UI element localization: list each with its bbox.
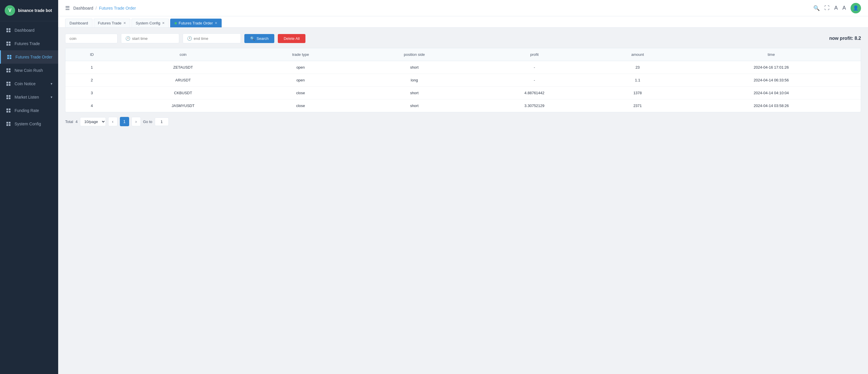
page-1-button[interactable]: 1 — [120, 117, 129, 126]
data-table: ID coin trade type position side profit … — [65, 48, 861, 112]
header-left: ☰ Dashboard / Futures Trade Order — [65, 5, 136, 11]
end-time-input[interactable] — [194, 36, 237, 41]
sidebar-item-dashboard[interactable]: Dashboard — [0, 24, 58, 37]
cell-coin: CKBUSDT — [118, 87, 248, 99]
logo-letter: V — [8, 8, 12, 13]
table-row: 3 CKBUSDT close short 4.88761442 1378 20… — [65, 87, 861, 99]
tabs-bar: Dashboard Futures Trade ✕ System Config … — [58, 16, 868, 28]
accessibility-icon[interactable]: A — [842, 5, 846, 11]
cell-time: 2024-04-14 04:10:04 — [682, 87, 861, 99]
new-coin-rush-icon — [6, 68, 11, 73]
sidebar-item-label: Market Listen — [14, 95, 39, 99]
avatar-icon: 👤 — [853, 5, 859, 11]
tab-label: Dashboard — [69, 21, 88, 25]
sidebar-logo: V binance trade bot — [0, 0, 58, 21]
cell-profit: 4.88761442 — [475, 87, 593, 99]
table-row: 2 ARUSDT open long - 1.1 2024-04-14 06:3… — [65, 74, 861, 87]
header: ☰ Dashboard / Futures Trade Order 🔍 ⛶ A … — [58, 0, 868, 16]
goto-label: Go to — [143, 120, 152, 124]
cell-amount: 1.1 — [593, 74, 682, 87]
col-coin: coin — [118, 48, 248, 61]
content: 🕐 🕐 🔍 Search Delete All now profit: 8.2 — [58, 28, 868, 374]
sidebar-item-market-listen[interactable]: Market Listen ▾ — [0, 90, 58, 104]
sidebar-item-label: Futures Trade — [14, 41, 40, 46]
user-avatar[interactable]: 👤 — [850, 3, 861, 13]
cell-id: 3 — [65, 87, 118, 99]
goto-page-input[interactable] — [155, 118, 169, 126]
per-page-select[interactable]: 10/page 20/page 50/page — [80, 117, 106, 126]
font-size-icon[interactable]: A — [834, 5, 838, 11]
total-count: 4 — [75, 120, 78, 124]
market-listen-icon — [6, 95, 11, 100]
cell-id: 2 — [65, 74, 118, 87]
sidebar-item-label: Coin Notice — [14, 82, 35, 86]
col-time: time — [682, 48, 861, 61]
col-position-side: position side — [353, 48, 475, 61]
col-amount: amount — [593, 48, 682, 61]
sidebar-item-coin-notice[interactable]: Coin Notice ▾ — [0, 77, 58, 90]
coin-notice-icon — [6, 81, 11, 86]
cell-amount: 2371 — [593, 99, 682, 112]
col-id: ID — [65, 48, 118, 61]
prev-page-button[interactable]: ‹ — [108, 117, 118, 126]
cell-time: 2024-04-14 03:58:26 — [682, 99, 861, 112]
end-time-input-wrapper: 🕐 — [183, 33, 241, 43]
start-time-input[interactable] — [132, 36, 175, 41]
next-page-button[interactable]: › — [131, 117, 141, 126]
tab-label: Futures Trade — [98, 21, 122, 25]
main: ☰ Dashboard / Futures Trade Order 🔍 ⛶ A … — [58, 0, 868, 374]
coin-search-input[interactable] — [65, 34, 118, 43]
sidebar-item-futures-trade[interactable]: Futures Trade — [0, 37, 58, 50]
tab-futures-trade-order[interactable]: Futures Trade Order ✕ — [170, 19, 222, 27]
cell-id: 1 — [65, 61, 118, 74]
breadcrumb-home: Dashboard — [73, 6, 93, 10]
sidebar-item-futures-trade-order[interactable]: Futures Trade Order — [0, 50, 58, 64]
sidebar-item-label: System Config — [14, 122, 41, 126]
sidebar-item-label: New Coin Rush — [14, 68, 43, 73]
tab-label: Futures Trade Order — [179, 21, 213, 25]
delete-all-button[interactable]: Delete All — [278, 34, 305, 43]
cell-position-side: short — [353, 61, 475, 74]
total-label: Total — [65, 120, 73, 124]
system-config-icon — [6, 121, 11, 126]
cell-time: 2024-04-16 17:01:26 — [682, 61, 861, 74]
tab-system-config[interactable]: System Config ✕ — [131, 19, 169, 27]
sidebar-nav: Dashboard Futures Trade Futures Trade Or… — [0, 21, 58, 374]
cell-position-side: short — [353, 99, 475, 112]
futures-trade-icon — [6, 41, 11, 46]
clock-icon: 🕐 — [187, 36, 192, 41]
clock-icon: 🕐 — [125, 36, 130, 41]
sidebar-item-funding-rate[interactable]: Funding Rate — [0, 104, 58, 117]
cell-coin: ARUSDT — [118, 74, 248, 87]
sidebar-item-system-config[interactable]: System Config — [0, 117, 58, 131]
profit-display: now profit: 8.2 — [829, 36, 861, 41]
cell-position-side: long — [353, 74, 475, 87]
tab-futures-trade[interactable]: Futures Trade ✕ — [94, 19, 130, 27]
cell-trade-type: open — [248, 74, 353, 87]
search-icon[interactable]: 🔍 — [813, 5, 820, 11]
cell-id: 4 — [65, 99, 118, 112]
sidebar-item-label: Funding Rate — [14, 108, 39, 113]
fullscreen-icon[interactable]: ⛶ — [825, 5, 830, 11]
table-row: 4 JASMYUSDT close short 3.30752129 2371 … — [65, 99, 861, 112]
breadcrumb-separator: / — [96, 6, 97, 10]
logo-icon: V — [5, 5, 15, 16]
header-right: 🔍 ⛶ A A 👤 — [813, 3, 861, 13]
table-row: 1 ZETAUSDT open short - 23 2024-04-16 17… — [65, 61, 861, 74]
start-time-input-wrapper: 🕐 — [121, 33, 179, 43]
breadcrumb-current: Futures Trade Order — [99, 6, 136, 10]
tab-close-button[interactable]: ✕ — [162, 21, 165, 25]
tab-close-button[interactable]: ✕ — [215, 21, 217, 25]
tab-close-button[interactable]: ✕ — [123, 21, 126, 25]
tab-dashboard[interactable]: Dashboard — [65, 19, 93, 27]
tab-active-dot — [175, 22, 177, 25]
breadcrumb: Dashboard / Futures Trade Order — [73, 6, 136, 10]
cell-trade-type: close — [248, 99, 353, 112]
menu-toggle-button[interactable]: ☰ — [65, 5, 70, 11]
cell-amount: 23 — [593, 61, 682, 74]
col-trade-type: trade type — [248, 48, 353, 61]
search-button[interactable]: 🔍 Search — [244, 34, 274, 43]
sidebar-item-new-coin-rush[interactable]: New Coin Rush — [0, 64, 58, 77]
funding-rate-icon — [6, 108, 11, 113]
sidebar-item-label: Dashboard — [14, 28, 35, 33]
